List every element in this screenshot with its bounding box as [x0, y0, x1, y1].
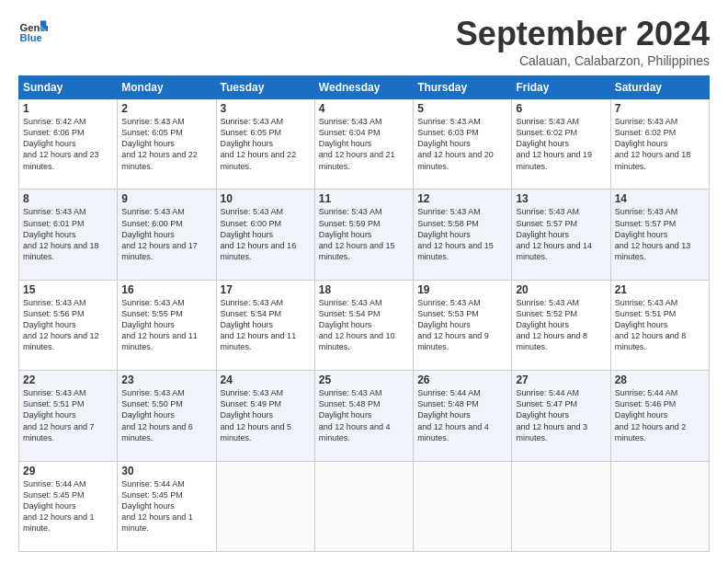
col-sunday: Sunday: [19, 76, 118, 99]
day-number: 5: [417, 102, 507, 115]
day-number: 6: [516, 102, 606, 115]
cell-info: Sunrise: 5:43 AMSunset: 5:54 PMDaylight …: [319, 298, 395, 352]
week-row-2: 8Sunrise: 5:43 AMSunset: 6:01 PMDaylight…: [19, 190, 710, 280]
cell-info: Sunrise: 5:44 AMSunset: 5:47 PMDaylight …: [516, 388, 587, 442]
day-number: 16: [121, 283, 211, 296]
day-number: 22: [23, 373, 113, 386]
cell-info: Sunrise: 5:43 AMSunset: 5:52 PMDaylight …: [516, 298, 587, 352]
cell-info: Sunrise: 5:43 AMSunset: 6:05 PMDaylight …: [221, 117, 297, 171]
day-number: 11: [319, 192, 409, 205]
day-number: 4: [319, 102, 409, 115]
logo-icon: General Blue: [18, 15, 48, 44]
day-number: 30: [121, 465, 211, 477]
col-monday: Monday: [118, 76, 216, 99]
calendar-cell: 28Sunrise: 5:44 AMSunset: 5:46 PMDayligh…: [610, 371, 709, 461]
day-number: 1: [23, 102, 113, 115]
svg-text:Blue: Blue: [20, 32, 42, 43]
day-number: 23: [121, 373, 211, 386]
calendar-cell: 16Sunrise: 5:43 AMSunset: 5:55 PMDayligh…: [118, 280, 216, 370]
calendar-cell: 22Sunrise: 5:43 AMSunset: 5:51 PMDayligh…: [19, 371, 118, 461]
month-title: September 2024: [456, 15, 710, 53]
calendar-cell: 14Sunrise: 5:43 AMSunset: 5:57 PMDayligh…: [610, 190, 709, 280]
calendar-cell: 23Sunrise: 5:43 AMSunset: 5:50 PMDayligh…: [118, 371, 216, 461]
calendar-cell: 6Sunrise: 5:43 AMSunset: 6:02 PMDaylight…: [512, 99, 610, 190]
cell-info: Sunrise: 5:43 AMSunset: 5:50 PMDaylight …: [121, 388, 193, 442]
day-number: 13: [516, 192, 606, 205]
cell-info: Sunrise: 5:43 AMSunset: 6:04 PMDaylight …: [319, 117, 395, 171]
page: General Blue September 2024 Calauan, Cal…: [0, 0, 728, 563]
day-number: 25: [319, 373, 409, 386]
day-number: 2: [121, 102, 211, 115]
calendar-cell: 20Sunrise: 5:43 AMSunset: 5:52 PMDayligh…: [512, 280, 610, 370]
calendar-cell: 25Sunrise: 5:43 AMSunset: 5:48 PMDayligh…: [314, 371, 413, 461]
calendar-cell: 8Sunrise: 5:43 AMSunset: 6:01 PMDaylight…: [19, 190, 118, 280]
col-saturday: Saturday: [610, 76, 709, 99]
title-block: September 2024 Calauan, Calabarzon, Phil…: [456, 15, 710, 68]
logo: General Blue: [18, 15, 48, 44]
calendar-cell: [414, 461, 512, 551]
cell-info: Sunrise: 5:43 AMSunset: 5:57 PMDaylight …: [516, 207, 592, 261]
week-row-3: 15Sunrise: 5:43 AMSunset: 5:56 PMDayligh…: [19, 280, 710, 370]
calendar-cell: 13Sunrise: 5:43 AMSunset: 5:57 PMDayligh…: [512, 190, 610, 280]
calendar-table: Sunday Monday Tuesday Wednesday Thursday…: [18, 75, 710, 552]
day-number: 17: [221, 283, 311, 296]
week-row-4: 22Sunrise: 5:43 AMSunset: 5:51 PMDayligh…: [19, 371, 710, 461]
calendar-cell: 27Sunrise: 5:44 AMSunset: 5:47 PMDayligh…: [512, 371, 610, 461]
cell-info: Sunrise: 5:43 AMSunset: 5:58 PMDaylight …: [417, 207, 494, 261]
cell-info: Sunrise: 5:43 AMSunset: 6:02 PMDaylight …: [516, 117, 592, 171]
calendar-cell: 4Sunrise: 5:43 AMSunset: 6:04 PMDaylight…: [314, 99, 413, 190]
day-number: 21: [615, 283, 705, 296]
calendar-cell: 18Sunrise: 5:43 AMSunset: 5:54 PMDayligh…: [314, 280, 413, 370]
calendar-cell: 5Sunrise: 5:43 AMSunset: 6:03 PMDaylight…: [414, 99, 512, 190]
cell-info: Sunrise: 5:43 AMSunset: 6:00 PMDaylight …: [221, 207, 297, 261]
calendar-cell: 1Sunrise: 5:42 AMSunset: 6:06 PMDaylight…: [19, 99, 118, 190]
week-row-1: 1Sunrise: 5:42 AMSunset: 6:06 PMDaylight…: [19, 99, 710, 190]
cell-info: Sunrise: 5:43 AMSunset: 5:54 PMDaylight …: [221, 298, 297, 352]
calendar-cell: 21Sunrise: 5:43 AMSunset: 5:51 PMDayligh…: [610, 280, 709, 370]
calendar-cell: 24Sunrise: 5:43 AMSunset: 5:49 PMDayligh…: [216, 371, 314, 461]
day-number: 20: [516, 283, 606, 296]
calendar-cell: 12Sunrise: 5:43 AMSunset: 5:58 PMDayligh…: [414, 190, 512, 280]
header-row: Sunday Monday Tuesday Wednesday Thursday…: [19, 76, 710, 99]
calendar-cell: 15Sunrise: 5:43 AMSunset: 5:56 PMDayligh…: [19, 280, 118, 370]
cell-info: Sunrise: 5:43 AMSunset: 5:55 PMDaylight …: [121, 298, 198, 352]
calendar-cell: 7Sunrise: 5:43 AMSunset: 6:02 PMDaylight…: [610, 99, 709, 190]
calendar-cell: 17Sunrise: 5:43 AMSunset: 5:54 PMDayligh…: [216, 280, 314, 370]
calendar-cell: [314, 461, 413, 551]
cell-info: Sunrise: 5:43 AMSunset: 5:57 PMDaylight …: [615, 207, 691, 261]
calendar-cell: [610, 461, 709, 551]
calendar-cell: 10Sunrise: 5:43 AMSunset: 6:00 PMDayligh…: [216, 190, 314, 280]
day-number: 28: [615, 373, 705, 386]
cell-info: Sunrise: 5:44 AMSunset: 5:48 PMDaylight …: [417, 388, 489, 442]
cell-info: Sunrise: 5:43 AMSunset: 6:05 PMDaylight …: [121, 117, 198, 171]
calendar-cell: 2Sunrise: 5:43 AMSunset: 6:05 PMDaylight…: [118, 99, 216, 190]
cell-info: Sunrise: 5:43 AMSunset: 5:48 PMDaylight …: [319, 388, 391, 442]
calendar-cell: 30Sunrise: 5:44 AMSunset: 5:45 PMDayligh…: [118, 461, 216, 551]
calendar-cell: 11Sunrise: 5:43 AMSunset: 5:59 PMDayligh…: [314, 190, 413, 280]
cell-info: Sunrise: 5:43 AMSunset: 6:03 PMDaylight …: [417, 117, 494, 171]
calendar-cell: 19Sunrise: 5:43 AMSunset: 5:53 PMDayligh…: [414, 280, 512, 370]
location: Calauan, Calabarzon, Philippines: [456, 53, 710, 68]
day-number: 24: [221, 373, 311, 386]
cell-info: Sunrise: 5:43 AMSunset: 5:51 PMDaylight …: [23, 388, 95, 442]
cell-info: Sunrise: 5:43 AMSunset: 5:59 PMDaylight …: [319, 207, 395, 261]
col-tuesday: Tuesday: [216, 76, 314, 99]
calendar-cell: [512, 461, 610, 551]
header: General Blue September 2024 Calauan, Cal…: [18, 15, 710, 68]
col-thursday: Thursday: [414, 76, 512, 99]
day-number: 14: [615, 192, 705, 205]
calendar-cell: 29Sunrise: 5:44 AMSunset: 5:45 PMDayligh…: [19, 461, 118, 551]
cell-info: Sunrise: 5:44 AMSunset: 5:46 PMDaylight …: [615, 388, 687, 442]
cell-info: Sunrise: 5:42 AMSunset: 6:06 PMDaylight …: [23, 117, 99, 171]
day-number: 18: [319, 283, 409, 296]
cell-info: Sunrise: 5:43 AMSunset: 5:53 PMDaylight …: [417, 298, 489, 352]
day-number: 10: [221, 192, 311, 205]
day-number: 3: [221, 102, 311, 115]
cell-info: Sunrise: 5:44 AMSunset: 5:45 PMDaylight …: [23, 479, 95, 534]
cell-info: Sunrise: 5:43 AMSunset: 6:02 PMDaylight …: [615, 117, 691, 171]
calendar-cell: 3Sunrise: 5:43 AMSunset: 6:05 PMDaylight…: [216, 99, 314, 190]
cell-info: Sunrise: 5:43 AMSunset: 6:00 PMDaylight …: [121, 207, 198, 261]
day-number: 15: [23, 283, 113, 296]
day-number: 12: [417, 192, 507, 205]
day-number: 26: [417, 373, 507, 386]
